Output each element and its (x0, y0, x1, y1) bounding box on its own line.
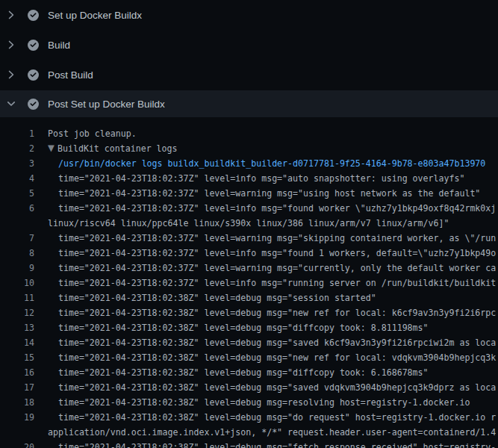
log-line-text: ▼BuildKit container logs (48, 141, 178, 156)
log-line: 12 time="2021-04-23T18:02:38Z" level=deb… (0, 305, 498, 320)
log-line: 9 time="2021-04-23T18:02:37Z" level=warn… (0, 261, 498, 276)
log-area: 1Post job cleanup.2▼BuildKit container l… (0, 119, 498, 448)
log-line: 11 time="2021-04-23T18:02:38Z" level=deb… (0, 290, 498, 305)
log-line-number[interactable]: 2 (0, 141, 34, 156)
log-line: 18 time="2021-04-23T18:02:38Z" level=deb… (0, 395, 498, 410)
check-circle-icon (28, 40, 39, 51)
log-line-text: time="2021-04-23T18:02:38Z" level=debug … (48, 410, 496, 425)
log-line-text: time="2021-04-23T18:02:37Z" level=info m… (48, 201, 496, 216)
log-line-number[interactable]: 15 (0, 350, 34, 365)
log-line-number[interactable]: 1 (0, 126, 34, 141)
chevron-down-icon (5, 98, 17, 110)
log-line-number[interactable]: 19 (0, 410, 34, 425)
log-line: 6 time="2021-04-23T18:02:37Z" level=info… (0, 201, 498, 216)
log-line-text: time="2021-04-23T18:02:37Z" level=warnin… (48, 186, 480, 201)
log-line-number[interactable]: 5 (0, 186, 34, 201)
log-line-number[interactable]: 9 (0, 261, 34, 276)
log-line: 7 time="2021-04-23T18:02:37Z" level=warn… (0, 231, 498, 246)
log-line-text: time="2021-04-23T18:02:37Z" level=info m… (48, 276, 496, 290)
log-line: 15 time="2021-04-23T18:02:38Z" level=deb… (0, 350, 498, 365)
log-line: 3 /usr/bin/docker logs buildx_buildkit_b… (0, 156, 498, 171)
log-group-expander-icon[interactable]: ▼ (48, 140, 57, 155)
log-line-text: time="2021-04-23T18:02:37Z" level=info m… (48, 171, 464, 186)
log-line-number (0, 216, 34, 231)
log-line-text: linux/riscv64 linux/ppc64le linux/s390x … (48, 216, 449, 231)
check-circle-icon (28, 99, 39, 110)
step-title: Post Build (48, 69, 93, 81)
log-line: application/vnd.oci.image.index.v1+json,… (0, 425, 498, 440)
log-line-number[interactable]: 4 (0, 171, 34, 186)
log-line: 4 time="2021-04-23T18:02:37Z" level=info… (0, 171, 498, 186)
log-line-number[interactable]: 16 (0, 365, 34, 380)
log-line: 14 time="2021-04-23T18:02:38Z" level=deb… (0, 335, 498, 350)
log-line: 2▼BuildKit container logs (0, 141, 498, 156)
log-line-text: time="2021-04-23T18:02:38Z" level=debug … (48, 290, 376, 305)
step-header-post-build[interactable]: Post Build (0, 60, 498, 90)
log-line: linux/riscv64 linux/ppc64le linux/s390x … (0, 216, 498, 231)
log-line-text: time="2021-04-23T18:02:38Z" level=debug … (48, 335, 496, 350)
log-line: 17 time="2021-04-23T18:02:38Z" level=deb… (0, 380, 498, 395)
log-line-text: time="2021-04-23T18:02:38Z" level=debug … (48, 320, 429, 335)
chevron-right-icon (5, 39, 17, 51)
log-line-text: time="2021-04-23T18:02:38Z" level=debug … (48, 305, 496, 320)
log-line-text: time="2021-04-23T18:02:38Z" level=debug … (48, 380, 496, 395)
step-header-post-set-up-docker-buildx[interactable]: Post Set up Docker Buildx (0, 90, 498, 117)
log-line-text: time="2021-04-23T18:02:38Z" level=debug … (48, 365, 429, 380)
check-circle-icon (28, 69, 39, 81)
log-line-number[interactable]: 6 (0, 201, 34, 216)
log-line: 5 time="2021-04-23T18:02:37Z" level=warn… (0, 186, 498, 201)
log-line: 19 time="2021-04-23T18:02:38Z" level=deb… (0, 410, 498, 425)
log-line-number[interactable]: 14 (0, 335, 34, 350)
log-line-number[interactable]: 8 (0, 246, 34, 261)
log-line-number[interactable]: 20 (0, 440, 34, 448)
log-line-text: time="2021-04-23T18:02:38Z" level=debug … (48, 440, 496, 448)
step-header-build[interactable]: Build (0, 30, 498, 60)
log-line-text: time="2021-04-23T18:02:38Z" level=debug … (48, 350, 496, 365)
log-line-text: time="2021-04-23T18:02:37Z" level=warnin… (48, 261, 496, 276)
log-line-number[interactable]: 18 (0, 395, 34, 410)
step-header-set-up-docker-buildx[interactable]: Set up Docker Buildx (0, 0, 498, 30)
log-line-number[interactable]: 10 (0, 276, 34, 290)
log-line-number[interactable]: 17 (0, 380, 34, 395)
log-line-text: application/vnd.oci.image.index.v1+json,… (48, 425, 496, 440)
log-command-text: /usr/bin/docker logs buildx_buildkit_bui… (48, 156, 485, 171)
step-title: Post Set up Docker Buildx (48, 99, 165, 110)
log-line-text: time="2021-04-23T18:02:38Z" level=debug … (48, 395, 470, 410)
log-line-number[interactable]: 12 (0, 305, 34, 320)
log-line: 13 time="2021-04-23T18:02:38Z" level=deb… (0, 320, 498, 335)
log-line-text: Post job cleanup. (48, 126, 137, 141)
check-circle-icon (28, 10, 39, 21)
log-line-number[interactable]: 3 (0, 156, 34, 171)
step-title: Set up Docker Buildx (48, 10, 142, 21)
step-title: Build (48, 40, 70, 51)
log-line-number[interactable]: 11 (0, 290, 34, 305)
log-line-number[interactable]: 7 (0, 231, 34, 246)
log-line: 10 time="2021-04-23T18:02:37Z" level=inf… (0, 276, 498, 290)
log-line-text: time="2021-04-23T18:02:37Z" level=info m… (48, 246, 496, 261)
log-line: 16 time="2021-04-23T18:02:38Z" level=deb… (0, 365, 498, 380)
log-line: 1Post job cleanup. (0, 126, 498, 141)
log-line-text: time="2021-04-23T18:02:37Z" level=warnin… (48, 231, 496, 246)
steps-list: Set up Docker BuildxBuildPost BuildPost … (0, 0, 498, 117)
log-line: 8 time="2021-04-23T18:02:37Z" level=info… (0, 246, 498, 261)
log-line: 20 time="2021-04-23T18:02:38Z" level=deb… (0, 440, 498, 448)
log-line-number (0, 425, 34, 440)
chevron-right-icon (5, 9, 17, 21)
chevron-right-icon (5, 69, 17, 81)
log-line-number[interactable]: 13 (0, 320, 34, 335)
